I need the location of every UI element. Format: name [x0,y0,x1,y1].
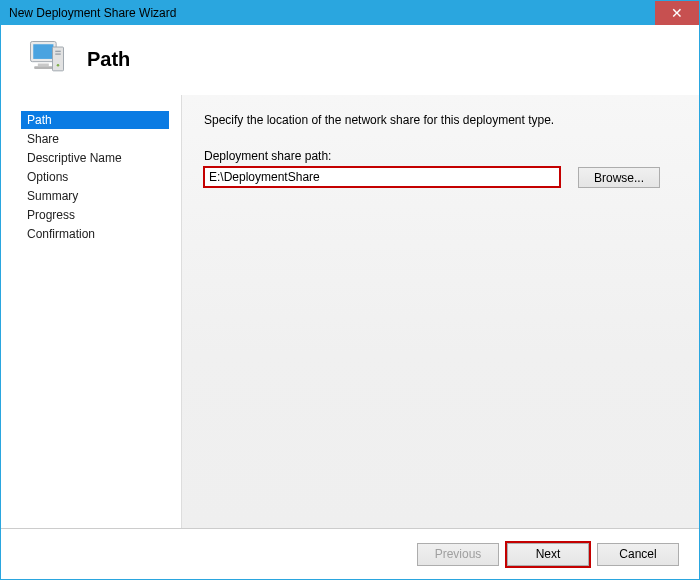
window-title: New Deployment Share Wizard [9,6,176,20]
svg-rect-6 [55,53,61,54]
sidebar-item-path[interactable]: Path [21,111,169,129]
svg-rect-3 [34,66,52,69]
previous-button: Previous [417,543,499,566]
sidebar-item-progress[interactable]: Progress [21,206,169,224]
path-field-label: Deployment share path: [204,149,677,163]
svg-rect-2 [38,64,49,67]
cancel-button[interactable]: Cancel [597,543,679,566]
browse-button[interactable]: Browse... [578,167,660,188]
svg-rect-5 [55,51,61,52]
sidebar-item-descriptive-name[interactable]: Descriptive Name [21,149,169,167]
svg-point-7 [57,64,60,67]
close-button[interactable]: ✕ [655,1,699,25]
sidebar-item-summary[interactable]: Summary [21,187,169,205]
computer-icon [25,36,69,83]
page-title: Path [87,48,130,71]
wizard-steps-sidebar: Path Share Descriptive Name Options Summ… [1,95,181,528]
deployment-share-path-input[interactable] [204,167,560,187]
sidebar-item-options[interactable]: Options [21,168,169,186]
instruction-text: Specify the location of the network shar… [204,113,677,127]
svg-rect-1 [33,44,53,59]
close-icon: ✕ [671,5,683,21]
next-button[interactable]: Next [507,543,589,566]
wizard-content: Path Share Descriptive Name Options Summ… [1,95,699,529]
wizard-main-panel: Specify the location of the network shar… [181,95,699,528]
wizard-window: New Deployment Share Wizard ✕ Path Path … [0,0,700,580]
sidebar-item-confirmation[interactable]: Confirmation [21,225,169,243]
wizard-footer: Previous Next Cancel [1,529,699,579]
svg-rect-4 [53,47,64,71]
sidebar-item-share[interactable]: Share [21,130,169,148]
wizard-header: Path [1,25,699,95]
path-field-row: Browse... [204,167,677,188]
titlebar: New Deployment Share Wizard ✕ [1,1,699,25]
